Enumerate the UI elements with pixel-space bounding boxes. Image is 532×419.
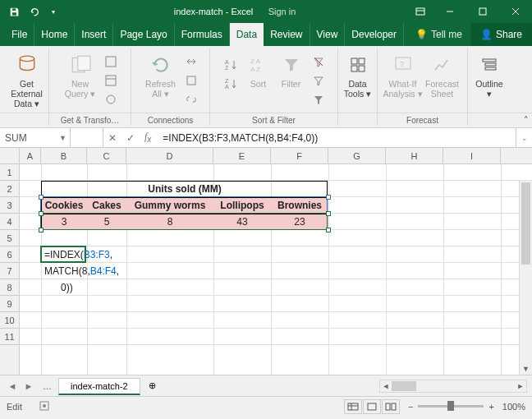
cell-value-0[interactable]: 3 <box>41 214 87 230</box>
cell-header-0[interactable]: Cookies <box>41 197 87 214</box>
tab-view[interactable]: View <box>310 23 346 46</box>
clear-filter-button[interactable] <box>310 53 328 71</box>
row-header-1[interactable]: 1 <box>0 164 19 181</box>
tab-insert[interactable]: Insert <box>75 23 113 46</box>
scroll-left-icon[interactable]: ◄ <box>380 380 392 392</box>
refresh-all-button[interactable]: Refresh All ▾ <box>141 49 181 99</box>
expand-formula-bar-icon[interactable]: ⌄ <box>516 128 532 147</box>
tab-home[interactable]: Home <box>34 23 75 46</box>
cell-header-1[interactable]: Cakes <box>87 197 126 214</box>
sheet-ellipsis[interactable]: … <box>36 381 58 391</box>
column-header-A[interactable]: A <box>20 148 41 163</box>
minimize-button[interactable] <box>433 0 466 23</box>
zoom-slider[interactable] <box>418 405 484 407</box>
cell-header-2[interactable]: Gummy worms <box>126 197 213 214</box>
sheet-nav-next[interactable]: ► <box>21 378 36 394</box>
normal-view-button[interactable] <box>344 399 362 414</box>
zoom-level[interactable]: 100% <box>502 402 525 412</box>
page-layout-view-button[interactable] <box>363 399 381 414</box>
sort-za-button[interactable]: ZA <box>222 75 241 93</box>
advanced-filter-button[interactable] <box>310 90 328 108</box>
column-header-B[interactable]: B <box>41 148 87 163</box>
cells-area[interactable]: Units sold (MM)CookiesCakesGummy wormsLo… <box>20 164 532 375</box>
row-header-6[interactable]: 6 <box>0 246 19 263</box>
sort-button[interactable]: Z AA Z Sort <box>242 49 275 89</box>
row-header-4[interactable]: 4 <box>0 214 19 230</box>
cell-header-3[interactable]: Lollipops <box>213 197 271 214</box>
filter-button[interactable]: Filter <box>275 49 308 89</box>
outline-button[interactable]: Outline ▾ <box>470 49 509 99</box>
whatif-button[interactable]: ? What-If Analysis ▾ <box>383 49 423 99</box>
maximize-button[interactable] <box>466 0 499 23</box>
sort-az-button[interactable]: AZ <box>222 56 241 74</box>
row-header-11[interactable]: 11 <box>0 329 19 345</box>
tab-data[interactable]: Data <box>230 23 264 46</box>
cancel-formula-button[interactable]: ✕ <box>108 132 117 144</box>
new-sheet-button[interactable]: ⊕ <box>140 380 164 391</box>
row-header-8[interactable]: 8 <box>0 279 19 296</box>
connections-button[interactable] <box>182 53 200 71</box>
scroll-down-icon[interactable]: ▼ <box>520 363 532 375</box>
tab-formulas[interactable]: Formulas <box>175 23 230 46</box>
sheet-nav-prev[interactable]: ◄ <box>5 378 20 394</box>
cell-value-3[interactable]: 43 <box>213 214 271 230</box>
share-button[interactable]: 👤 Share <box>470 23 532 46</box>
page-break-view-button[interactable] <box>382 399 400 414</box>
cell-formula-line-2[interactable]: MATCH(8,B4:F4, <box>41 263 205 279</box>
edit-links-button[interactable] <box>182 90 200 108</box>
select-all-corner[interactable] <box>0 148 20 163</box>
column-header-C[interactable]: C <box>87 148 126 163</box>
column-header-E[interactable]: E <box>213 148 271 163</box>
show-queries-button[interactable] <box>102 53 120 71</box>
column-header-F[interactable]: F <box>271 148 328 163</box>
column-header-D[interactable]: D <box>126 148 213 163</box>
insert-function-button[interactable]: fx <box>144 131 151 144</box>
ribbon-display-options[interactable] <box>407 0 433 23</box>
cell-formula-line-1[interactable]: =INDEX(B3:F3, <box>41 246 205 263</box>
cell-title[interactable]: Units sold (MM) <box>41 181 328 197</box>
tab-review[interactable]: Review <box>264 23 310 46</box>
qat-customize-icon[interactable]: ▾ <box>44 2 62 21</box>
new-query-button[interactable]: New Query ▾ <box>61 49 100 99</box>
horizontal-scrollbar[interactable]: ◄ ► <box>379 380 527 393</box>
recent-sources-button[interactable] <box>102 90 120 108</box>
undo-button[interactable] <box>25 2 43 21</box>
vertical-scroll-thumb[interactable] <box>521 182 530 265</box>
tell-me-search[interactable]: 💡 Tell me <box>407 23 470 46</box>
row-header-2[interactable]: 2 <box>0 181 19 197</box>
column-header-G[interactable]: G <box>328 148 386 163</box>
formula-input[interactable] <box>156 128 516 147</box>
reapply-button[interactable] <box>310 71 328 90</box>
signin-link[interactable]: Sign in <box>268 7 296 16</box>
tab-file[interactable]: File <box>5 23 34 46</box>
tab-developer[interactable]: Developer <box>345 23 404 46</box>
row-header-3[interactable]: 3 <box>0 197 19 214</box>
collapse-ribbon-icon[interactable]: ˄ <box>524 115 529 126</box>
cell-header-4[interactable]: Brownies <box>271 197 328 214</box>
forecast-sheet-button[interactable]: Forecast Sheet <box>423 49 462 99</box>
row-header-10[interactable]: 10 <box>0 312 19 329</box>
row-header-9[interactable]: 9 <box>0 296 19 312</box>
enter-formula-button[interactable]: ✓ <box>126 132 135 144</box>
close-button[interactable] <box>499 0 532 23</box>
name-box[interactable]: SUM ▼ <box>0 128 71 147</box>
from-table-button[interactable] <box>102 71 120 90</box>
sheet-tab-active[interactable]: index-match-2 <box>58 378 140 395</box>
vertical-scrollbar[interactable]: ▲ ▼ <box>519 181 532 375</box>
row-header-5[interactable]: 5 <box>0 230 19 246</box>
zoom-slider-knob[interactable] <box>447 401 454 411</box>
macro-record-icon[interactable] <box>39 400 50 413</box>
zoom-in-button[interactable]: + <box>488 402 493 412</box>
column-header-H[interactable]: H <box>386 148 443 163</box>
horizontal-scroll-thumb[interactable] <box>392 381 416 391</box>
scroll-right-icon[interactable]: ► <box>515 380 526 392</box>
tab-page-layout[interactable]: Page Layo <box>113 23 174 46</box>
cell-formula-line-3[interactable]: 0)) <box>41 279 205 296</box>
cell-value-1[interactable]: 5 <box>87 214 126 230</box>
save-button[interactable] <box>5 2 23 21</box>
cell-value-2[interactable]: 8 <box>126 214 213 230</box>
cell-value-4[interactable]: 23 <box>271 214 328 230</box>
get-external-data-button[interactable]: Get External Data ▾ <box>7 49 47 108</box>
row-header-7[interactable]: 7 <box>0 263 19 279</box>
zoom-out-button[interactable]: − <box>408 402 413 412</box>
